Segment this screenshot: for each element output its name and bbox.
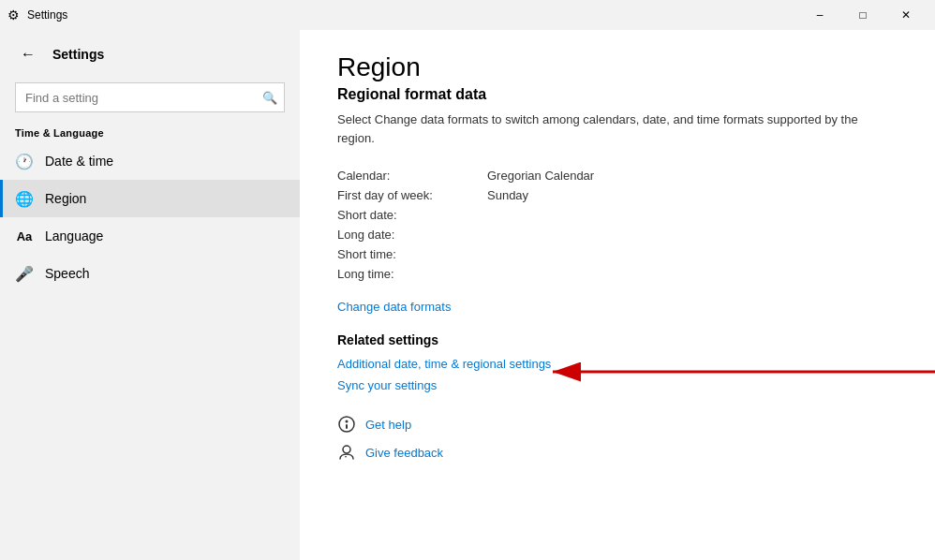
get-help-item: Get help [337,415,898,434]
language-icon: Aa [15,229,34,243]
format-row-first-day: First day of week: Sunday [337,185,898,205]
close-button[interactable]: ✕ [884,0,928,30]
format-label-long-time: Long time: [337,267,487,281]
microphone-icon: 🎤 [15,265,34,283]
sidebar-section-label: Time & Language [0,120,300,142]
back-button[interactable]: ← [15,41,41,67]
titlebar-title: Settings [27,8,67,22]
settings-icon: ⚙ [7,7,20,22]
search-icon: 🔍 [262,91,277,105]
svg-point-3 [346,420,349,423]
titlebar: ⚙ Settings – □ ✕ [0,0,935,30]
sidebar-item-label-language: Language [45,228,103,243]
format-row-long-time: Long time: [337,264,898,284]
sidebar-item-date-time[interactable]: 🕐 Date & time [0,142,300,180]
format-row-calendar: Calendar: Gregorian Calendar [337,166,898,185]
format-label-first-day: First day of week: [337,188,487,202]
format-label-long-date: Long date: [337,228,487,242]
sync-settings-link[interactable]: Sync your settings [337,378,898,392]
search-box: 🔍 [15,82,285,112]
help-section: Get help Give feedback [337,415,898,462]
format-row-short-date: Short date: [337,205,898,225]
content-area: Region Regional format data Select Chang… [300,30,935,560]
get-help-link[interactable]: Get help [365,418,411,432]
maximize-button[interactable]: □ [841,0,884,30]
minimize-button[interactable]: – [798,0,841,30]
sidebar-app-title: Settings [52,47,104,62]
change-data-formats-link[interactable]: Change data formats [337,300,451,314]
additional-settings-link[interactable]: Additional date, time & regional setting… [337,357,898,371]
sidebar-item-label-date-time: Date & time [45,154,113,169]
format-label-calendar: Calendar: [337,169,487,183]
give-feedback-link[interactable]: Give feedback [365,446,443,460]
give-feedback-item: Give feedback [337,443,898,462]
page-title: Region [337,52,898,82]
format-table: Calendar: Gregorian Calendar First day o… [337,166,898,284]
sidebar-item-label-region: Region [45,191,86,206]
format-label-short-time: Short time: [337,247,487,261]
format-value-first-day: Sunday [487,188,528,202]
format-row-long-date: Long date: [337,225,898,244]
format-value-calendar: Gregorian Calendar [487,169,594,183]
globe-icon: 🌐 [15,190,34,208]
svg-point-5 [343,446,350,453]
sidebar-item-speech[interactable]: 🎤 Speech [0,255,300,292]
app-body: ← Settings 🔍 Time & Language 🕐 Date & ti… [0,30,935,560]
format-row-short-time: Short time: [337,244,898,264]
format-label-short-date: Short date: [337,208,487,222]
give-feedback-icon [337,443,356,462]
sidebar-item-label-speech: Speech [45,266,89,281]
sidebar-item-region[interactable]: 🌐 Region [0,180,300,217]
clock-icon: 🕐 [15,153,34,170]
related-settings-title: Related settings [337,332,898,347]
section-title: Regional format data [337,86,898,103]
get-help-icon [337,415,356,434]
section-description: Select Change data formats to switch amo… [337,111,898,147]
window-controls: – □ ✕ [798,0,928,30]
svg-rect-4 [346,424,348,429]
sidebar: ← Settings 🔍 Time & Language 🕐 Date & ti… [0,30,300,560]
search-input[interactable] [15,82,285,112]
related-settings-section: Related settings Additional date, time &… [337,332,898,392]
sidebar-nav-top: ← Settings [0,30,300,79]
sidebar-item-language[interactable]: Aa Language [0,217,300,255]
additional-link-wrapper: Additional date, time & regional setting… [337,357,898,371]
